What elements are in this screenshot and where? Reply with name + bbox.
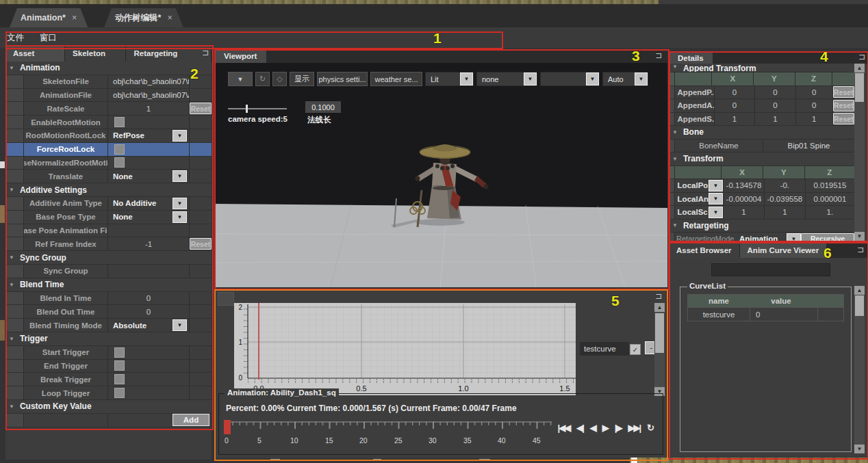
dropdown-arrow-icon[interactable]: ▼ bbox=[173, 198, 187, 209]
tab-details[interactable]: Details bbox=[669, 52, 713, 64]
dropdown-arrow-icon[interactable]: ▼ bbox=[173, 130, 187, 142]
curve-table-row[interactable]: testcurve 0 bbox=[687, 308, 844, 321]
timeline-ruler[interactable] bbox=[225, 421, 554, 438]
viewport-3d-canvas[interactable]: ▼ ↻ ◇ 显示 physics setti... weather se... … bbox=[214, 63, 667, 287]
scroll-down-icon[interactable]: ▼ bbox=[854, 232, 865, 241]
dropdown-arrow-icon[interactable]: ▼ bbox=[709, 180, 723, 191]
value-y[interactable]: -0. bbox=[765, 179, 806, 192]
prop-value[interactable]: 1 bbox=[108, 102, 189, 115]
buffer-view-dropdown[interactable]: none▼ bbox=[476, 72, 537, 86]
value-y[interactable]: 0 bbox=[755, 86, 796, 99]
value-y[interactable]: 1 bbox=[755, 113, 796, 126]
row-enablerootmotion[interactable]: EnableRootMotion bbox=[5, 116, 212, 129]
value-y[interactable]: 1 bbox=[765, 206, 806, 219]
checkbox[interactable] bbox=[114, 374, 125, 384]
checkbox[interactable] bbox=[114, 360, 125, 371]
dropdown-arrow-icon[interactable]: ▼ bbox=[709, 193, 723, 204]
checkbox[interactable] bbox=[114, 347, 125, 358]
row-additive-anim-type[interactable]: Additive Anim TypeNo Additive▼ bbox=[5, 197, 212, 211]
dropdown-arrow-icon[interactable]: ▼ bbox=[586, 72, 599, 85]
curve-plot[interactable]: 2 1 0 0.0 0.5 1.0 1.5 bbox=[234, 303, 576, 395]
section-transform[interactable]: ▼Transform bbox=[669, 153, 854, 166]
menu-window[interactable]: 窗口 bbox=[40, 32, 57, 44]
tab-retargeting-manager[interactable]: Retargeting Manager bbox=[126, 46, 212, 62]
auto-quality-dropdown[interactable]: Auto▼ bbox=[602, 72, 648, 86]
value-z[interactable]: 1. bbox=[806, 206, 854, 219]
weather-settings-button[interactable]: weather se... bbox=[370, 72, 422, 86]
normal-length-input[interactable]: 0.1000 bbox=[305, 101, 341, 113]
tab-action-tree-editor[interactable]: 动作树编辑*× bbox=[104, 8, 183, 27]
row-append-angle[interactable]: AppendA...000Reset bbox=[669, 99, 854, 113]
reset-button[interactable]: Reset bbox=[190, 103, 212, 114]
section-additive-settings[interactable]: ▼Additive Settings bbox=[5, 183, 212, 197]
display-button[interactable]: 显示 bbox=[290, 72, 314, 86]
empty-dropdown[interactable]: ▼ bbox=[540, 72, 600, 86]
dropdown-arrow-icon[interactable]: ▼ bbox=[635, 72, 648, 85]
row-end-trigger[interactable]: End Trigger bbox=[5, 360, 212, 373]
prop-value[interactable]: 0 bbox=[108, 292, 189, 305]
step-forward-icon[interactable]: |▶ bbox=[615, 423, 622, 433]
row-append-position[interactable]: AppendP...000Reset bbox=[669, 86, 854, 100]
play-icon[interactable]: ▶ bbox=[602, 423, 608, 433]
value-y[interactable]: -0.039558 bbox=[765, 193, 806, 206]
section-append-transform[interactable]: ▼Append Transform bbox=[669, 64, 854, 72]
row-base-pose-animation-file[interactable]: Base Pose Animation File bbox=[5, 224, 212, 238]
value-z[interactable]: 1 bbox=[796, 113, 833, 126]
scroll-up-icon[interactable]: ▲ bbox=[654, 303, 665, 312]
value-x[interactable]: -0.000004 bbox=[724, 193, 765, 206]
row-forcerootlock[interactable]: ForceRootLock bbox=[5, 143, 212, 157]
value-x[interactable]: 0 bbox=[715, 86, 756, 99]
dropdown-arrow-icon[interactable]: ▼ bbox=[173, 211, 187, 223]
skip-start-icon[interactable]: |◀◀ bbox=[558, 423, 570, 433]
section-trigger[interactable]: ▼Trigger bbox=[5, 332, 212, 346]
prop-value[interactable]: 0 bbox=[108, 305, 189, 318]
value-z[interactable]: 0.019515 bbox=[806, 179, 854, 192]
checkbox[interactable] bbox=[114, 388, 125, 398]
row-skeletonfile[interactable]: SkeletonFileobj\char\b_shaolin07\tp... bbox=[5, 75, 212, 89]
reset-button[interactable]: Reset bbox=[833, 100, 854, 111]
reset-button[interactable]: Reset bbox=[190, 238, 212, 250]
recursive-button[interactable]: Recursive bbox=[801, 233, 854, 241]
prop-value[interactable] bbox=[108, 224, 189, 237]
row-base-pose-type[interactable]: Base Pose TypeNone▼ bbox=[5, 211, 212, 224]
row-sync-group[interactable]: Sync Group bbox=[5, 265, 212, 278]
tab-viewport[interactable]: Viewport bbox=[214, 49, 266, 63]
checkbox[interactable] bbox=[114, 157, 125, 168]
value-x[interactable]: -0.134578 bbox=[724, 179, 765, 192]
refresh-icon[interactable]: ↻ bbox=[255, 72, 270, 86]
row-local-scale[interactable]: LocalSc▼111. bbox=[669, 206, 854, 220]
scrollbar-handle[interactable] bbox=[855, 73, 864, 102]
dropdown-arrow-icon[interactable]: ▼ bbox=[173, 170, 187, 182]
row-append-scale[interactable]: AppendS...111Reset bbox=[669, 113, 854, 127]
close-icon[interactable]: × bbox=[72, 13, 77, 23]
value-x[interactable]: 0 bbox=[715, 99, 756, 112]
prop-value[interactable]: obj\char\b_shaolin07\Ab... bbox=[108, 89, 189, 102]
prop-value[interactable] bbox=[108, 265, 189, 278]
row-local-position[interactable]: LocalPo▼-0.134578-0.0.019515 bbox=[669, 179, 854, 193]
details-scrollbar[interactable]: ▲ ▼ bbox=[854, 64, 865, 241]
section-blend-time[interactable]: ▼Blend Time bbox=[5, 278, 212, 292]
dropdown-arrow-icon[interactable]: ▼ bbox=[173, 319, 187, 331]
curve-search-input[interactable] bbox=[711, 263, 830, 276]
reset-button[interactable]: Reset bbox=[833, 86, 854, 98]
physics-settings-button[interactable]: physics setti... bbox=[317, 72, 368, 86]
dropdown-arrow-icon[interactable]: ▼ bbox=[787, 233, 801, 241]
row-custom-key-add[interactable]: Add bbox=[5, 414, 212, 427]
menu-file[interactable]: 文件 bbox=[7, 32, 24, 44]
row-break-trigger[interactable]: Break Trigger bbox=[5, 373, 212, 386]
scroll-up-icon[interactable]: ▲ bbox=[854, 286, 865, 295]
reset-button[interactable]: Reset bbox=[833, 113, 854, 124]
close-icon[interactable]: × bbox=[167, 13, 172, 23]
curve-value-cell[interactable]: 0 bbox=[750, 308, 818, 321]
curve-scrollbar[interactable]: ▲ ▼ bbox=[654, 303, 665, 396]
scroll-up-icon[interactable]: ▲ bbox=[854, 64, 865, 72]
bone-name-value[interactable]: Bip01 Spine bbox=[763, 140, 854, 153]
scroll-down-icon[interactable]: ▼ bbox=[854, 445, 865, 453]
row-usenormalizedrootmotion[interactable]: UseNormalizedRootMoti... bbox=[5, 157, 212, 170]
row-start-trigger[interactable]: Start Trigger bbox=[5, 346, 212, 360]
row-blend-in-time[interactable]: Blend In Time0 bbox=[5, 292, 212, 306]
row-ref-frame-index[interactable]: Ref Frame Index-1Reset bbox=[5, 237, 212, 251]
pin-icon[interactable]: ⊐ bbox=[655, 291, 662, 301]
row-ratescale[interactable]: RateScale1Reset bbox=[5, 102, 212, 116]
section-bone[interactable]: ▼Bone bbox=[669, 126, 854, 140]
